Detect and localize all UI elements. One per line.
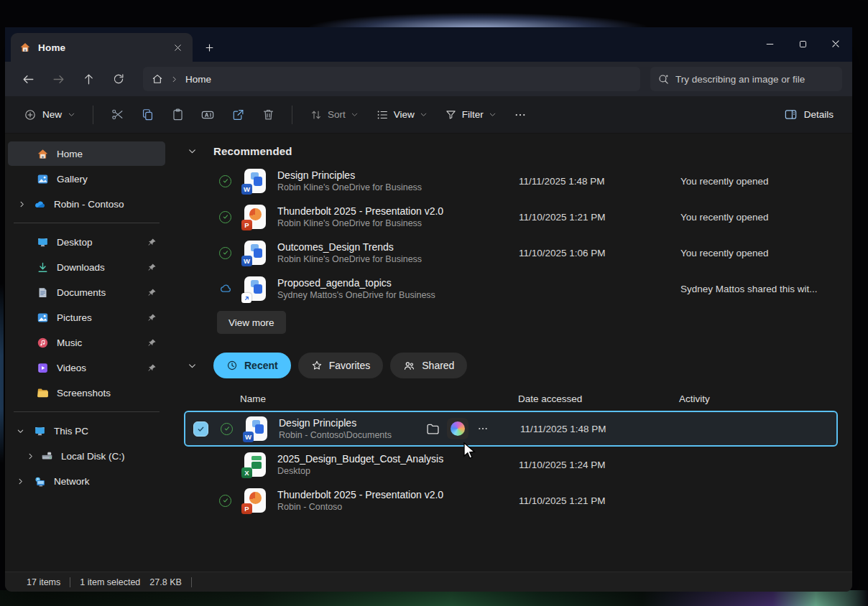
sidebar-item-screenshots[interactable]: Screenshots bbox=[8, 381, 165, 405]
chevron-down-icon[interactable] bbox=[188, 146, 197, 156]
navigation-bar: Home bbox=[5, 62, 852, 96]
powerpoint-file-icon: P bbox=[244, 205, 266, 229]
new-tab-button[interactable] bbox=[197, 35, 221, 60]
search-sparkle-icon bbox=[657, 73, 670, 85]
share-button[interactable] bbox=[224, 102, 251, 128]
close-button[interactable] bbox=[819, 27, 852, 60]
sort-button[interactable]: Sort bbox=[303, 102, 366, 128]
delete-button[interactable] bbox=[254, 102, 282, 128]
recommended-item[interactable]: W Outcomes_Design TrendsRobin Kline's On… bbox=[184, 235, 838, 271]
chevron-down-icon[interactable] bbox=[188, 361, 197, 370]
refresh-button[interactable] bbox=[106, 67, 131, 91]
quick-access-section-header: Recent Favorites Shared bbox=[188, 353, 838, 378]
powerpoint-file-icon: P bbox=[244, 488, 266, 513]
sidebar-item-label: Pictures bbox=[57, 312, 92, 323]
file-location: Robin Kline's OneDrive for Business bbox=[277, 218, 519, 230]
word-shortcut-file-icon bbox=[244, 276, 266, 301]
filter-pill-shared[interactable]: Shared bbox=[390, 353, 467, 378]
this-pc-icon bbox=[34, 425, 46, 437]
new-button[interactable]: New bbox=[17, 102, 83, 128]
details-button[interactable]: Details bbox=[777, 102, 841, 128]
chevron-right-icon[interactable] bbox=[18, 200, 26, 208]
sidebar-item-local-disk[interactable]: Local Disk (C:) bbox=[8, 444, 165, 468]
row-checkbox[interactable] bbox=[193, 421, 208, 437]
sidebar-item-gallery[interactable]: Gallery bbox=[8, 167, 165, 191]
items-count: 17 items bbox=[27, 577, 60, 587]
sidebar-item-this-pc[interactable]: This PC bbox=[8, 419, 165, 443]
sidebar-item-music[interactable]: Music bbox=[8, 330, 165, 355]
sidebar-item-label: Documents bbox=[57, 287, 106, 298]
copy-button[interactable] bbox=[134, 102, 161, 128]
filter-button[interactable]: Filter bbox=[438, 102, 504, 128]
sidebar-item-desktop[interactable]: Desktop bbox=[8, 230, 165, 254]
cut-button[interactable] bbox=[103, 102, 131, 128]
breadcrumb-home-icon[interactable] bbox=[152, 73, 163, 85]
file-activity: You recently opened bbox=[680, 212, 838, 223]
search-box[interactable] bbox=[650, 67, 842, 91]
recommended-item[interactable]: P Thunderbolt 2025 - Presentation v2.0Ro… bbox=[184, 199, 838, 235]
filter-pill-favorites[interactable]: Favorites bbox=[298, 353, 384, 378]
column-header-date-accessed[interactable]: Date accessed bbox=[518, 393, 582, 404]
navigation-pane: Home Gallery Robin - Contoso bbox=[5, 134, 168, 572]
folder-icon bbox=[37, 387, 49, 399]
sidebar-item-network[interactable]: Network bbox=[8, 469, 165, 493]
sidebar-item-label: This PC bbox=[54, 426, 88, 437]
sidebar-item-pictures[interactable]: Pictures bbox=[8, 305, 165, 330]
breadcrumb-chevron-icon bbox=[170, 75, 178, 83]
desktop-icon bbox=[37, 236, 49, 248]
sidebar-item-label: Local Disk (C:) bbox=[61, 451, 125, 462]
chevron-right-icon[interactable] bbox=[27, 452, 34, 460]
rename-button[interactable] bbox=[194, 102, 221, 128]
paste-button[interactable] bbox=[164, 102, 191, 128]
toolbar-divider bbox=[93, 106, 93, 124]
recommended-item[interactable]: W Design PrinciplesRobin Kline's OneDriv… bbox=[184, 163, 838, 199]
up-button[interactable] bbox=[75, 67, 101, 91]
minimize-button[interactable] bbox=[753, 27, 786, 60]
open-folder-icon[interactable] bbox=[425, 421, 440, 437]
chevron-right-icon[interactable] bbox=[17, 477, 24, 485]
maximize-button[interactable] bbox=[786, 27, 819, 60]
chevron-down-icon[interactable] bbox=[17, 427, 24, 435]
filter-pill-recent[interactable]: Recent bbox=[213, 353, 291, 378]
file-row-selected[interactable]: W Design PrinciplesRobin - Contoso\Docum… bbox=[184, 411, 838, 447]
recommended-item[interactable]: Proposed_agenda_topicsSydney Mattos's On… bbox=[184, 271, 838, 307]
sidebar-item-videos[interactable]: Videos bbox=[8, 355, 165, 380]
sidebar-item-home[interactable]: Home bbox=[8, 141, 165, 166]
file-name: Thunderbolt 2025 - Presentation v2.0 bbox=[277, 488, 509, 501]
sync-status-icon bbox=[219, 211, 231, 223]
more-options-button[interactable] bbox=[507, 102, 534, 128]
videos-icon bbox=[37, 362, 49, 374]
column-header-name[interactable]: Name bbox=[240, 393, 266, 404]
file-date: 11/10/2025 1:21 PM bbox=[519, 495, 680, 506]
copilot-button[interactable] bbox=[447, 418, 468, 439]
file-activity: You recently opened bbox=[680, 176, 838, 187]
sidebar-item-onedrive[interactable]: Robin - Contoso bbox=[8, 192, 165, 216]
recommended-section-header[interactable]: Recommended bbox=[188, 145, 838, 157]
sidebar-item-downloads[interactable]: Downloads bbox=[8, 255, 165, 279]
file-name: Thunderbolt 2025 - Presentation v2.0 bbox=[277, 205, 519, 218]
column-header-activity[interactable]: Activity bbox=[679, 393, 710, 404]
file-row[interactable]: P Thunderbolt 2025 - Presentation v2.0Ro… bbox=[184, 483, 838, 518]
tab-home[interactable]: Home bbox=[11, 33, 193, 62]
back-button[interactable] bbox=[15, 67, 41, 91]
status-bar: 17 items 1 item selected 27.8 KB bbox=[5, 572, 852, 592]
excel-file-icon: X bbox=[244, 452, 266, 477]
sidebar-item-documents[interactable]: Documents bbox=[8, 280, 165, 304]
file-date: 11/10/2025 1:21 PM bbox=[519, 212, 680, 223]
filter-button-label: Filter bbox=[462, 109, 484, 120]
wallpaper-bloom bbox=[309, 13, 647, 29]
file-row[interactable]: X 2025_Design_Budget_Cost_AnalysisDeskto… bbox=[184, 447, 838, 483]
gallery-icon bbox=[37, 173, 49, 185]
sidebar-item-label: Gallery bbox=[57, 174, 88, 185]
sync-status-icon bbox=[221, 423, 233, 435]
sync-status-icon bbox=[219, 495, 231, 507]
breadcrumb-location[interactable]: Home bbox=[185, 74, 211, 85]
forward-button[interactable] bbox=[45, 67, 71, 91]
tab-close-button[interactable] bbox=[168, 38, 187, 57]
view-button[interactable]: View bbox=[369, 102, 435, 128]
row-more-options-button[interactable] bbox=[475, 423, 491, 434]
view-more-button[interactable]: View more bbox=[217, 311, 286, 334]
breadcrumb[interactable]: Home bbox=[143, 67, 640, 91]
search-input[interactable] bbox=[675, 74, 835, 85]
status-separator bbox=[70, 577, 70, 587]
